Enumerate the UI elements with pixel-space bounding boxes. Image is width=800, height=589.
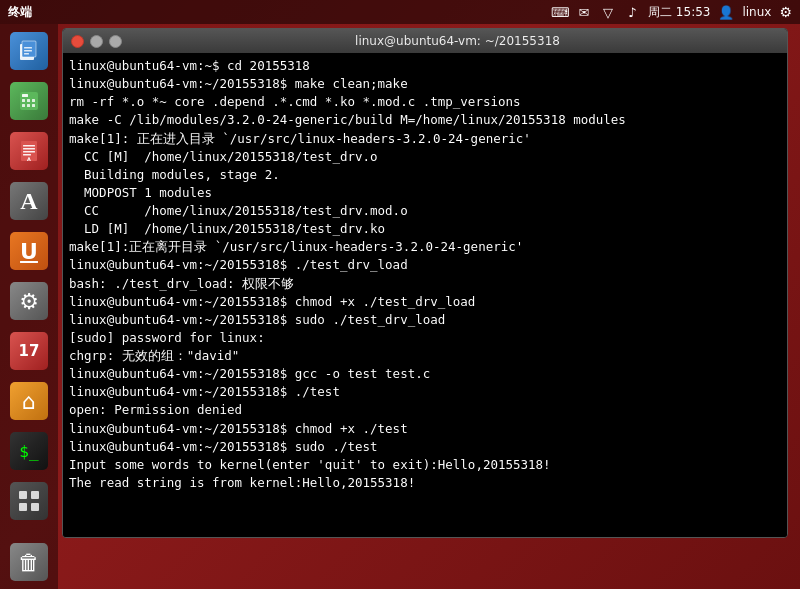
svg-rect-2 [24, 47, 32, 49]
mail-icon[interactable]: ✉ [576, 6, 592, 18]
writer-icon: A [10, 132, 48, 170]
terminal-line: LD [M] /home/linux/20155318/test_drv.ko [69, 220, 781, 238]
terminal-line: linux@ubuntu64-vm:~/20155318$ make clean… [69, 75, 781, 93]
terminal-line: Building modules, stage 2. [69, 166, 781, 184]
sidebar-item-terminal[interactable]: $_ [6, 428, 52, 474]
terminal-line: open: Permission denied [69, 401, 781, 419]
svg-rect-14 [23, 145, 35, 147]
terminal-icon: $_ [10, 432, 48, 470]
svg-rect-20 [31, 491, 39, 499]
terminal-line: linux@ubuntu64-vm:~$ cd 20155318 [69, 57, 781, 75]
system-tray: ⌨ ✉ ▽ ♪ 周二 15:53 👤 linux ⚙ [552, 4, 792, 21]
trash-icon: 🗑 [10, 543, 48, 581]
calc-icon [10, 82, 48, 120]
terminal-line: chgrp: 无效的组："david" [69, 347, 781, 365]
volume-icon[interactable]: ♪ [624, 6, 640, 18]
svg-rect-4 [24, 53, 29, 55]
sidebar-dock: A A U ⚙ 17 ⌂ $_ [0, 24, 58, 589]
app-menu-label[interactable]: 终端 [8, 4, 32, 21]
terminal-body[interactable]: linux@ubuntu64-vm:~$ cd 20155318linux@ub… [63, 53, 787, 537]
sidebar-item-calc[interactable] [6, 78, 52, 124]
terminal-line: The read string is from kernel:Hello,201… [69, 474, 781, 492]
terminal-line: [sudo] password for linux: [69, 329, 781, 347]
sidebar-item-settings[interactable]: ⚙ [6, 278, 52, 324]
svg-rect-6 [22, 94, 28, 97]
sidebar-item-writer[interactable]: A [6, 128, 52, 174]
svg-rect-22 [31, 503, 39, 511]
terminal-title: linux@ubuntu64-vm: ~/20155318 [136, 34, 779, 48]
datetime-label: 周二 15:53 [648, 4, 710, 21]
username-label: linux [742, 5, 771, 19]
sidebar-item-number[interactable]: 17 [6, 328, 52, 374]
svg-rect-15 [23, 148, 35, 150]
number-icon: 17 [10, 332, 48, 370]
home-icon: ⌂ [10, 382, 48, 420]
sidebar-item-font[interactable]: A [6, 178, 52, 224]
terminal-line: linux@ubuntu64-vm:~/20155318$ sudo ./tes… [69, 438, 781, 456]
terminal-line: linux@ubuntu64-vm:~/20155318$ chmod +x .… [69, 420, 781, 438]
sidebar-item-grid[interactable] [6, 478, 52, 524]
top-panel: 终端 ⌨ ✉ ▽ ♪ 周二 15:53 👤 linux ⚙ [0, 0, 800, 24]
svg-rect-9 [32, 99, 35, 102]
terminal-line: CC /home/linux/20155318/test_drv.mod.o [69, 202, 781, 220]
svg-rect-16 [23, 151, 35, 153]
svg-rect-21 [19, 503, 27, 511]
gear-icon[interactable]: ⚙ [779, 4, 792, 20]
terminal-line: make[1]: 正在进入目录 `/usr/src/linux-headers-… [69, 130, 781, 148]
maximize-button[interactable] [109, 35, 122, 48]
keyboard-icon[interactable]: ⌨ [552, 6, 568, 18]
terminal-line: linux@ubuntu64-vm:~/20155318$ ./test [69, 383, 781, 401]
terminal-titlebar: linux@ubuntu64-vm: ~/20155318 [63, 29, 787, 53]
svg-rect-3 [24, 50, 32, 52]
close-button[interactable] [71, 35, 84, 48]
terminal-line: MODPOST 1 modules [69, 184, 781, 202]
svg-rect-8 [27, 99, 30, 102]
svg-rect-1 [22, 41, 36, 57]
sidebar-item-trash[interactable]: 🗑 [6, 539, 52, 585]
terminal-line: rm -rf *.o *~ core .depend .*.cmd *.ko *… [69, 93, 781, 111]
desktop: 终端 ⌨ ✉ ▽ ♪ 周二 15:53 👤 linux ⚙ [0, 0, 800, 589]
terminal-line: make[1]:正在离开目录 `/usr/src/linux-headers-3… [69, 238, 781, 256]
terminal-line: linux@ubuntu64-vm:~/20155318$ gcc -o tes… [69, 365, 781, 383]
sidebar-item-u[interactable]: U [6, 228, 52, 274]
terminal-line: linux@ubuntu64-vm:~/20155318$ sudo ./tes… [69, 311, 781, 329]
files-icon [10, 32, 48, 70]
svg-rect-11 [27, 104, 30, 107]
svg-rect-7 [22, 99, 25, 102]
svg-rect-10 [22, 104, 25, 107]
user-icon[interactable]: 👤 [718, 5, 734, 20]
svg-rect-12 [32, 104, 35, 107]
svg-text:A: A [27, 156, 31, 162]
terminal-line: linux@ubuntu64-vm:~/20155318$ chmod +x .… [69, 293, 781, 311]
terminal-line: linux@ubuntu64-vm:~/20155318$ ./test_drv… [69, 256, 781, 274]
terminal-line: bash: ./test_drv_load: 权限不够 [69, 275, 781, 293]
u-icon: U [10, 232, 48, 270]
sidebar-item-home[interactable]: ⌂ [6, 378, 52, 424]
terminal-line: make -C /lib/modules/3.2.0-24-generic/bu… [69, 111, 781, 129]
terminal-line: CC [M] /home/linux/20155318/test_drv.o [69, 148, 781, 166]
svg-rect-19 [19, 491, 27, 499]
font-icon: A [10, 182, 48, 220]
terminal-window: linux@ubuntu64-vm: ~/20155318 linux@ubun… [62, 28, 788, 538]
sidebar-item-files[interactable] [6, 28, 52, 74]
network-icon[interactable]: ▽ [600, 6, 616, 18]
grid-icon [10, 482, 48, 520]
settings-icon: ⚙ [10, 282, 48, 320]
minimize-button[interactable] [90, 35, 103, 48]
terminal-line: Input some words to kernel(enter 'quit' … [69, 456, 781, 474]
